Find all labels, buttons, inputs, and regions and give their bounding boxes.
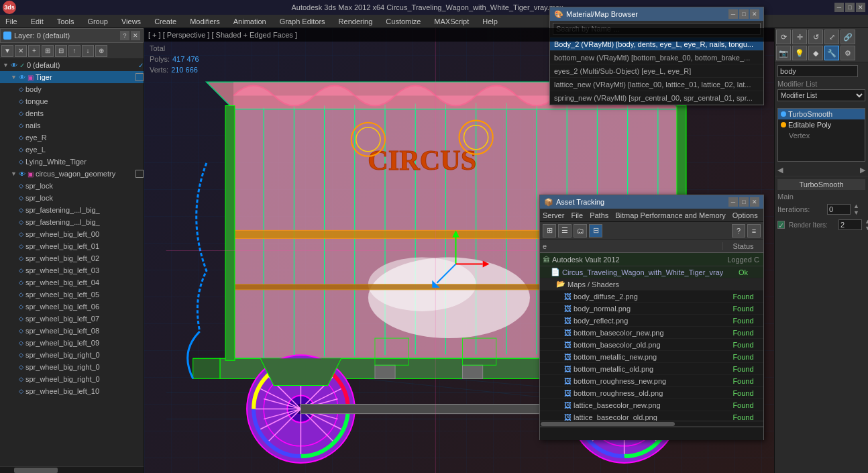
rt-btn-geo[interactable]: ◆ [808,46,823,60]
mod-nav-right[interactable]: ▶ [860,166,865,174]
asset-row-bottom-metal-old[interactable]: 🖼 bottom_metallic_old.png Found [540,363,763,375]
asset-tb-btn-2[interactable]: 🗂 [574,224,587,238]
asset-path-input[interactable] [540,427,763,440]
asset-tb-btn-help[interactable]: ? [732,224,745,238]
layer-tb-btn-7[interactable]: ⊕ [95,45,107,57]
asset-row-body-normal[interactable]: 🖼 body_normal.png Found [540,303,763,315]
rt-btn-hierarchy[interactable]: ⚙ [840,46,855,60]
list-item[interactable]: ◇ spr_wheel_big_left_05 [0,288,144,301]
asset-tb-btn-1[interactable]: ☰ [558,224,572,238]
asset-menu-server[interactable]: Server [543,211,564,219]
rt-btn-select[interactable]: ⟳ [776,30,791,44]
menu-animation[interactable]: Animation [231,17,269,25]
list-item[interactable]: ◇ spr_wheel_big_left_02 [0,252,144,264]
list-item[interactable]: ◇ spr_wheel_big_left_01 [0,240,144,252]
list-item[interactable]: ◇ spr_wheel_big_left_08 [0,325,144,337]
menu-file[interactable]: File [3,17,20,25]
list-item[interactable]: ◇ spr_wheel_big_left_00 [0,228,144,240]
layer-tb-btn-5[interactable]: ↑ [68,45,80,57]
asset-tracking-close[interactable]: ✕ [750,197,759,207]
layer-tb-btn-3[interactable]: ⊞ [42,45,54,57]
asset-tb-btn-more[interactable]: ≡ [747,224,761,238]
mat-item-eyes2[interactable]: eyes_2 (Multi/Sub-Object) [eye_L, eye_R] [550,64,763,78]
list-item[interactable]: ◇ spr_wheel_big_left_03 [0,264,144,276]
list-item[interactable]: ◇ spr_wheel_big_left_09 [0,337,144,349]
menu-modifiers[interactable]: Modifiers [187,17,223,25]
asset-row-bottom-metal-new[interactable]: 🖼 bottom_metallic_new.png Found [540,351,763,363]
layer-tb-btn-6[interactable]: ↓ [82,45,94,57]
asset-menu-file[interactable]: File [571,211,583,219]
menu-help[interactable]: Help [480,17,500,25]
asset-row-body-reflect[interactable]: 🖼 body_reflect.png Found [540,315,763,327]
asset-row-lattice-base-new[interactable]: 🖼 lattice_basecolor_new.png Found [540,399,763,411]
ts-render-iters-input[interactable] [838,219,862,230]
asset-maps-group[interactable]: 📂 Maps / Shaders [540,278,763,291]
asset-vault-row[interactable]: 🏛 Autodesk Vault 2012 Logged C [540,253,763,266]
asset-tb-btn-0[interactable]: ⊞ [543,224,556,238]
list-item[interactable]: ◇ dents [0,107,144,119]
rt-btn-move[interactable]: ✛ [792,30,807,44]
list-item[interactable]: ◇ spr_wheel_big_right_0 [0,373,144,385]
list-item[interactable]: ▼ 👁 ✓ 0 (default) ✓ [0,59,144,71]
asset-row-bottom-base-new[interactable]: 🖼 bottom_basecolor_new.png Found [540,327,763,339]
mat-browser-maximize[interactable]: □ [739,9,749,19]
mat-item-bottom-new[interactable]: bottom_new (VRayMtl) [bottom_brake_00, b… [550,51,763,64]
list-item[interactable]: ◇ spr_wheel_big_left_07 [0,313,144,325]
rt-btn-link[interactable]: 🔗 [840,30,855,44]
asset-row-lattice-base-old[interactable]: 🖼 lattice_basecolor_old.png Found [540,411,763,421]
mat-item-lattice-new[interactable]: lattice_new (VRayMtl) [lattice_00, latti… [550,78,763,91]
modifier-search-input[interactable] [777,65,858,77]
mat-item-spring-new[interactable]: spring_new (VRayMtl) [spr_central_00, sp… [550,91,763,105]
asset-row-body-diffuse[interactable]: 🖼 body_diffuse_2.png Found [540,291,763,303]
list-item[interactable]: ◇ spr_lock [0,180,144,192]
list-item[interactable]: ◇ eye_L [0,144,144,156]
asset-tracking-titlebar[interactable]: 📦 Asset Tracking ─ □ ✕ [540,195,763,209]
mat-browser-close[interactable]: ✕ [750,9,759,19]
list-item[interactable]: ◇ spr_wheel_big_left_04 [0,276,144,288]
ts-up-arrow[interactable]: ▲ [853,203,859,209]
layer-tb-btn-4[interactable]: ⊟ [55,45,67,57]
asset-tracking-maximize[interactable]: □ [739,197,749,207]
asset-tracking-minimize[interactable]: ─ [728,197,738,207]
layers-scrollbar[interactable] [0,466,144,473]
rt-btn-modify[interactable]: 🔧 [824,46,839,60]
modifier-item-editable-poly[interactable]: Editable Poly [778,119,865,130]
asset-menu-bitmap[interactable]: Bitmap Performance and Memory [615,211,725,219]
ts-down-arrow[interactable]: ▼ [853,209,859,216]
asset-file-row[interactable]: 📄 Circus_Traveling_Wagon_with_White_Tige… [540,266,763,278]
modifier-item-turbosmooth[interactable]: TurboSmooth [778,109,865,119]
layers-close-button[interactable]: ✕ [131,31,140,40]
material-browser-titlebar[interactable]: 🎨 Material/Map Browser ─ □ ✕ [550,7,763,21]
ts-render-checkbox[interactable]: ✓ [777,221,785,229]
menu-views[interactable]: Views [119,17,144,25]
layer-tb-btn-0[interactable]: ▼ [1,45,13,57]
list-item[interactable]: ◇ spr_wheel_big_right_0 [0,349,144,361]
asset-menu-options[interactable]: Options [733,211,758,219]
list-item[interactable]: ◇ body [0,83,144,95]
modifier-list-dropdown[interactable]: Modifier List [777,89,865,101]
maximize-button[interactable]: □ [845,3,855,12]
list-item[interactable]: ◇ tongue [0,95,144,107]
asset-scrollbar[interactable] [540,421,763,426]
layer-tb-btn-2[interactable]: + [28,45,40,57]
list-item[interactable]: ◇ spr_fastening_...l_big_ [0,204,144,216]
list-item[interactable]: ▼ 👁 ▣ Tiger [0,71,144,83]
list-item[interactable]: ◇ spr_wheel_big_left_06 [0,301,144,313]
menu-create[interactable]: Create [152,17,179,25]
layers-help-button[interactable]: ? [120,31,129,40]
menu-customize[interactable]: Customize [383,17,423,25]
list-item[interactable]: ◇ Lying_White_Tiger [0,156,144,168]
mod-nav-left[interactable]: ◀ [777,166,783,174]
menu-group[interactable]: Group [85,17,111,25]
layer-tb-btn-1[interactable]: ✕ [15,45,27,57]
ts-render-up-arrow[interactable]: ▲ [865,218,868,225]
minimize-button[interactable]: ─ [834,3,844,12]
close-button[interactable]: ✕ [856,3,865,12]
rt-btn-camera[interactable]: 📷 [776,46,791,60]
rt-btn-rotate[interactable]: ↺ [808,30,823,44]
list-item[interactable]: ◇ nails [0,119,144,132]
modifier-item-vertex[interactable]: Vertex [778,130,865,141]
list-item[interactable]: ◇ spr_wheel_big_right_0 [0,361,144,373]
menu-maxscript[interactable]: MAXScript [431,17,472,25]
ts-render-down-arrow[interactable]: ▼ [865,225,868,231]
